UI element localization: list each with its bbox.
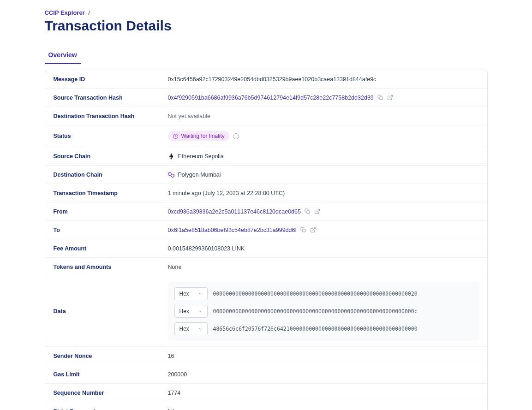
ethereum-icon (168, 153, 174, 160)
external-link-icon[interactable] (387, 95, 393, 101)
data-block: Hex 000000000000000000000000000000000000… (168, 282, 479, 341)
row-message-id: Message ID 0x15c6456a92c172903249e2054db… (45, 70, 487, 89)
label-tx-timestamp: Transaction Timestamp (54, 190, 168, 196)
data-line-2: Hex 48656c6c6f20576f726c6421000000000000… (174, 322, 472, 335)
svg-line-4 (317, 209, 319, 212)
label-status: Status (54, 133, 168, 139)
value-source-tx-hash: 0x4f9290591ba6686af9936a76b5d974612794e1… (168, 95, 479, 101)
data-format-label: Hex (179, 326, 189, 332)
value-tx-timestamp: 1 minute ago (July 12, 2023 at 22:28:00 … (168, 190, 479, 196)
row-fee-amount: Fee Amount 0.001548299360108023 LINK (45, 239, 487, 258)
data-format-select[interactable]: Hex (174, 287, 208, 300)
row-data: Data Hex 0000000000000000000000000000000… (45, 276, 487, 347)
row-dest-chain: Destination Chain Polygon Mumbai (45, 166, 487, 184)
svg-rect-0 (380, 97, 383, 100)
tabs: Overview (45, 47, 488, 64)
source-chain-name: Ethereum Sepolia (178, 153, 224, 160)
value-from: 0xcd936a39336a2e2c5a011137e46c8120dcae0d… (168, 208, 479, 215)
data-format-label: Hex (179, 291, 189, 297)
value-source-chain: Ethereum Sepolia (168, 153, 479, 160)
row-gas-limit: Gas Limit 200000 (45, 365, 487, 384)
svg-line-1 (389, 95, 392, 98)
external-link-icon[interactable] (310, 227, 316, 233)
source-tx-hash-link[interactable]: 0x4f9290591ba6686af9936a76b5d974612794e1… (168, 95, 374, 101)
label-fee-amount: Fee Amount (54, 245, 168, 252)
row-strict-sequencing: Strict Sequencing false (45, 402, 487, 410)
chevron-down-icon (198, 327, 203, 331)
value-strict-sequencing: false (168, 408, 479, 410)
data-hex-value: 0000000000000000000000000000000000000000… (213, 308, 418, 315)
data-line-1: Hex 000000000000000000000000000000000000… (174, 305, 472, 318)
row-sender-nonce: Sender Nonce 16 (45, 347, 487, 365)
row-source-chain: Source Chain Ethereum Sepolia (45, 147, 487, 166)
to-address-link[interactable]: 0x6f1a5e8518ab06bef93c54eb87e2bc31a999dd… (168, 227, 297, 233)
row-status: Status Waiting for finality i (45, 125, 487, 147)
row-tokens-amounts: Tokens and Amounts None (45, 258, 487, 276)
breadcrumb: CCIP Explorer / (45, 9, 488, 16)
breadcrumb-separator: / (88, 9, 90, 16)
info-icon[interactable]: i (233, 133, 239, 139)
label-source-tx-hash: Source Transaction Hash (54, 95, 168, 101)
value-sender-nonce: 16 (168, 353, 479, 359)
value-gas-limit: 200000 (168, 371, 479, 378)
tab-overview[interactable]: Overview (45, 47, 81, 64)
label-strict-sequencing: Strict Sequencing (54, 408, 168, 410)
label-dest-tx-hash: Destination Transaction Hash (54, 113, 168, 119)
label-data: Data (54, 308, 168, 315)
status-text: Waiting for finality (181, 133, 225, 139)
label-sender-nonce: Sender Nonce (54, 353, 168, 359)
row-source-tx-hash: Source Transaction Hash 0x4f9290591ba668… (45, 89, 487, 107)
label-message-id: Message ID (54, 76, 168, 83)
dest-chain-name: Polygon Mumbai (178, 172, 221, 178)
external-link-icon[interactable] (314, 208, 320, 214)
label-source-chain: Source Chain (54, 153, 168, 160)
data-format-select[interactable]: Hex (174, 322, 208, 335)
copy-icon[interactable] (300, 227, 306, 233)
label-to: To (54, 227, 168, 233)
data-format-select[interactable]: Hex (174, 305, 208, 318)
page-title: Transaction Details (45, 18, 488, 34)
row-tx-timestamp: Transaction Timestamp 1 minute ago (July… (45, 184, 487, 202)
breadcrumb-root-link[interactable]: CCIP Explorer (45, 9, 85, 16)
row-to: To 0x6f1a5e8518ab06bef93c54eb87e2bc31a99… (45, 221, 487, 239)
svg-rect-5 (303, 229, 305, 232)
data-format-label: Hex (179, 308, 189, 315)
value-status: Waiting for finality i (168, 131, 479, 141)
transaction-details-card: Message ID 0x15c6456a92c172903249e2054db… (45, 70, 488, 410)
from-address-link[interactable]: 0xcd936a39336a2e2c5a011137e46c8120dcae0d… (168, 208, 301, 215)
row-sequence-number: Sequence Number 1774 (45, 384, 487, 402)
value-dest-chain: Polygon Mumbai (168, 172, 479, 178)
clock-icon (173, 133, 179, 139)
value-to: 0x6f1a5e8518ab06bef93c54eb87e2bc31a999dd… (168, 227, 479, 233)
label-gas-limit: Gas Limit (54, 371, 168, 378)
chevron-down-icon (198, 291, 203, 296)
label-dest-chain: Destination Chain (54, 172, 168, 178)
value-tokens-amounts: None (168, 264, 479, 270)
status-badge: Waiting for finality (168, 131, 229, 141)
data-hex-value: 0000000000000000000000000000000000000000… (213, 291, 418, 297)
data-line-0: Hex 000000000000000000000000000000000000… (174, 287, 472, 300)
row-from: From 0xcd936a39336a2e2c5a011137e46c8120d… (45, 202, 487, 221)
svg-rect-3 (307, 211, 310, 214)
label-sequence-number: Sequence Number (54, 390, 168, 396)
polygon-icon (168, 172, 174, 178)
label-from: From (54, 208, 168, 215)
row-dest-tx-hash: Destination Transaction Hash Not yet ava… (45, 107, 487, 125)
copy-icon[interactable] (305, 208, 311, 214)
svg-line-6 (312, 228, 315, 231)
value-message-id: 0x15c6456a92c172903249e2054dbd0325329b9a… (168, 76, 479, 83)
value-fee-amount: 0.001548299360108023 LINK (168, 245, 479, 252)
copy-icon[interactable] (377, 95, 383, 101)
value-sequence-number: 1774 (168, 390, 479, 396)
value-dest-tx-hash: Not yet available (168, 113, 479, 119)
data-hex-value: 48656c6c6f20576f726c64210000000000000000… (213, 326, 418, 332)
chevron-down-icon (198, 309, 203, 314)
label-tokens-amounts: Tokens and Amounts (54, 264, 168, 270)
